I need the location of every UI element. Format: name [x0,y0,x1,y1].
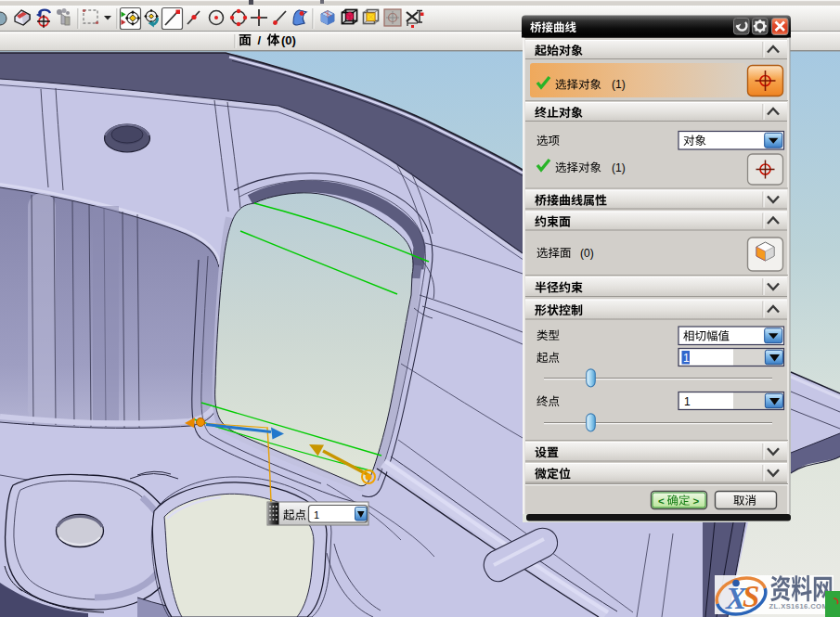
svg-text:1: 1 [684,395,691,408]
svg-text:<: < [658,495,665,507]
svg-text:1: 1 [683,352,690,365]
svg-text:(1): (1) [612,161,626,174]
svg-text:/: / [258,33,262,47]
svg-text:(0): (0) [281,33,296,47]
svg-text:ZL.XS1616.COM: ZL.XS1616.COM [769,602,829,611]
svg-text:1: 1 [314,509,319,521]
svg-text:>: > [693,495,700,507]
svg-text:S: S [743,580,759,613]
svg-text:(1): (1) [612,78,626,91]
svg-text:(0): (0) [580,247,594,260]
